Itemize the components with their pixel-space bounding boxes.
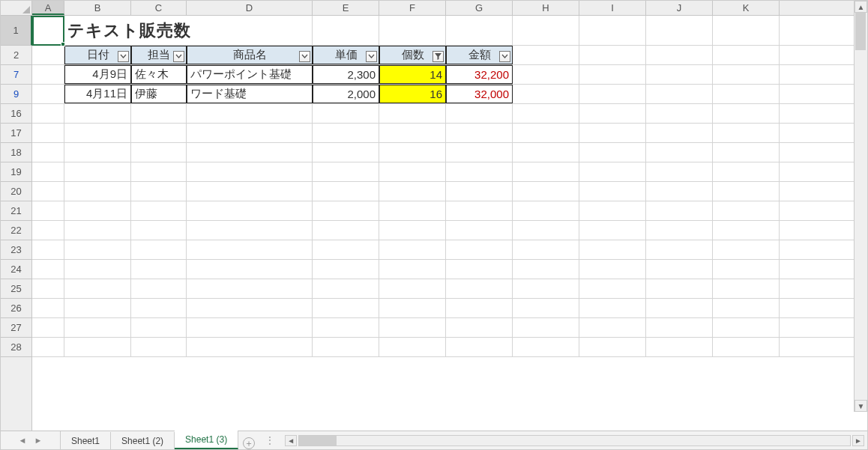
vscroll-track[interactable]: [855, 13, 867, 400]
scroll-left-arrow-icon[interactable]: ◄: [285, 435, 297, 446]
cell-C7[interactable]: 佐々木: [131, 65, 187, 84]
col-header-I[interactable]: I: [579, 1, 646, 15]
row-header-18[interactable]: 18: [1, 143, 31, 162]
filter-button-rep[interactable]: [173, 51, 184, 62]
cell-J2[interactable]: [646, 46, 713, 64]
cell-H9[interactable]: [513, 85, 579, 103]
row-7: 4月9日 佐々木 パワーポイント基礎 2,300 14 32,200: [32, 65, 867, 85]
row-header-20[interactable]: 20: [1, 182, 31, 201]
header-product[interactable]: 商品名: [187, 46, 313, 64]
cell-J9[interactable]: [646, 85, 713, 103]
row-header-19[interactable]: 19: [1, 162, 31, 182]
select-all-corner[interactable]: [1, 1, 32, 16]
row-header-26[interactable]: 26: [1, 299, 31, 318]
cell-B9[interactable]: 4月11日: [64, 85, 131, 103]
cell-K7[interactable]: [713, 65, 780, 84]
header-qty[interactable]: 個数: [379, 46, 446, 64]
tab-nav-next-icon[interactable]: ►: [34, 436, 43, 445]
cell-H2[interactable]: [513, 46, 579, 64]
add-sheet-button[interactable]: ＋: [238, 437, 259, 449]
row-header-7[interactable]: 7: [1, 65, 31, 85]
col-header-G[interactable]: G: [446, 1, 513, 15]
col-header-K[interactable]: K: [713, 1, 780, 15]
cell-K2[interactable]: [713, 46, 780, 64]
header-amount[interactable]: 金額: [446, 46, 513, 64]
row-header-9[interactable]: 9: [1, 85, 31, 104]
col-header-J[interactable]: J: [646, 1, 713, 15]
cell-F1[interactable]: [379, 16, 446, 45]
cell-H7[interactable]: [513, 65, 579, 84]
cell-G9[interactable]: 32,000: [446, 85, 513, 103]
cell-B7[interactable]: 4月9日: [64, 65, 131, 84]
cell-C1[interactable]: [131, 16, 187, 45]
filter-button-qty-active[interactable]: [433, 51, 444, 62]
row-header-16[interactable]: 16: [1, 104, 31, 124]
row-21: [32, 201, 867, 221]
vertical-scrollbar[interactable]: ▲ ▼: [854, 1, 867, 412]
cell-E7[interactable]: 2,300: [313, 65, 379, 84]
cell-C9[interactable]: 伊藤: [131, 85, 187, 103]
tab-sheet1-2[interactable]: Sheet1 (2): [111, 432, 175, 449]
chevron-down-icon: [368, 53, 375, 60]
cell-G1[interactable]: [446, 16, 513, 45]
hscroll-thumb[interactable]: [299, 436, 337, 446]
scroll-down-arrow-icon[interactable]: ▼: [855, 400, 867, 412]
scroll-right-arrow-icon[interactable]: ►: [852, 435, 864, 446]
tab-nav-prev-icon[interactable]: ◄: [19, 436, 27, 445]
hscroll-track[interactable]: [298, 435, 851, 446]
header-unit-price[interactable]: 単価: [313, 46, 379, 64]
col-header-H[interactable]: H: [513, 1, 579, 15]
row-header-2[interactable]: 2: [1, 46, 31, 65]
cell-H1[interactable]: [513, 16, 579, 45]
tab-sheet1[interactable]: Sheet1: [61, 432, 111, 449]
filter-button-unit-price[interactable]: [366, 51, 377, 62]
row-header-1[interactable]: 1: [1, 16, 32, 46]
cell-K1[interactable]: [713, 16, 780, 45]
vscroll-thumb[interactable]: [855, 13, 866, 50]
cell-F9[interactable]: 16: [379, 85, 446, 103]
tab-nav-buttons[interactable]: ◄ ►: [1, 431, 61, 449]
row-header-17[interactable]: 17: [1, 124, 31, 143]
cell-B1[interactable]: テキスト販売数: [64, 16, 131, 45]
col-header-D[interactable]: D: [187, 1, 313, 15]
row-header-27[interactable]: 27: [1, 318, 31, 338]
header-date[interactable]: 日付: [64, 46, 131, 64]
cell-A2[interactable]: [32, 46, 64, 64]
cell-F7[interactable]: 14: [379, 65, 446, 84]
horizontal-scrollbar[interactable]: ◄ ►: [282, 431, 867, 449]
col-header-B[interactable]: B: [64, 1, 131, 15]
row-header-21[interactable]: 21: [1, 201, 31, 221]
cell-E9[interactable]: 2,000: [313, 85, 379, 103]
cell-A1[interactable]: [32, 16, 64, 45]
filter-button-product[interactable]: [299, 51, 310, 62]
row-header-23[interactable]: 23: [1, 240, 31, 260]
col-header-C[interactable]: C: [131, 1, 187, 15]
filter-button-date[interactable]: [118, 51, 129, 62]
col-header-A[interactable]: A: [32, 1, 64, 15]
col-header-E[interactable]: E: [313, 1, 379, 15]
cell-D7[interactable]: パワーポイント基礎: [187, 65, 313, 84]
row-header-24[interactable]: 24: [1, 260, 31, 279]
cell-I9[interactable]: [579, 85, 646, 103]
cell-A9[interactable]: [32, 85, 64, 103]
cell-G7[interactable]: 32,200: [446, 65, 513, 84]
cell-D9[interactable]: ワード基礎: [187, 85, 313, 103]
cell-E1[interactable]: [313, 16, 379, 45]
cell-A7[interactable]: [32, 65, 64, 84]
header-rep[interactable]: 担当: [131, 46, 187, 64]
row-header-28[interactable]: 28: [1, 338, 31, 357]
cell-J7[interactable]: [646, 65, 713, 84]
row-header-25[interactable]: 25: [1, 279, 31, 299]
tab-split-handle[interactable]: ⋮: [259, 431, 282, 449]
filter-button-amount[interactable]: [499, 51, 510, 62]
tab-sheet1-3[interactable]: Sheet1 (3): [175, 431, 238, 449]
cell-D1[interactable]: [187, 16, 313, 45]
cell-J1[interactable]: [646, 16, 713, 45]
cell-K9[interactable]: [713, 85, 780, 103]
cell-I1[interactable]: [579, 16, 646, 45]
row-header-22[interactable]: 22: [1, 221, 31, 240]
scroll-up-arrow-icon[interactable]: ▲: [855, 1, 867, 13]
cell-I2[interactable]: [579, 46, 646, 64]
cell-I7[interactable]: [579, 65, 646, 84]
col-header-F[interactable]: F: [379, 1, 446, 15]
